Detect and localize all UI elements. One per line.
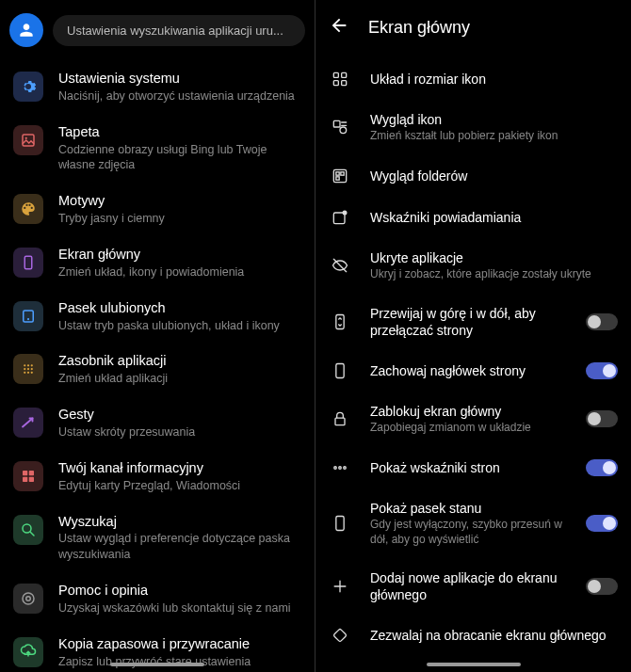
svg-point-7 [31,365,33,367]
svg-rect-34 [336,363,344,377]
svg-point-12 [27,372,29,374]
settings-item-text: Zasobnik aplikacji Zmień układ aplikacji [58,352,301,387]
settings-main-pane: Ustawienia wyszukiwania aplikacji uru...… [0,0,316,672]
option-plus[interactable]: Dodaj nowe aplikacje do ekranu głównego [316,558,631,615]
settings-item-text: Gesty Ustaw skróty przesuwania [58,406,301,440]
svg-point-20 [26,597,31,601]
settings-item-subtitle: Zmień układ aplikacji [58,371,301,387]
phone2-icon [329,514,351,533]
settings-item-palette[interactable]: Motywy Tryby jasny i ciemny [0,183,315,236]
option-phone2[interactable]: Pokaż pasek stanu Gdy jest wyłączony, sz… [316,488,631,558]
settings-item-subtitle: Codzienne obrazy usługi Bing lub Twoje w… [58,142,301,174]
settings-item-title: Ustawienia systemu [58,70,301,88]
toggle-switch[interactable] [586,459,618,476]
settings-item-dock[interactable]: Pasek ulubionych Ustaw tryb paska ulubio… [0,290,315,344]
settings-item-subtitle: Ustaw wygląd i preferencje dotyczące pas… [58,531,301,563]
option-subtitle: Ukryj i zobacz, które aplikacje zostały … [370,267,618,282]
option-text: Zezwalaj na obracanie ekranu głównego [370,627,618,644]
settings-item-help[interactable]: Pomoc i opinia Uzyskaj wskazówki lub sko… [0,572,315,626]
option-folder[interactable]: Wygląd folderów [316,155,631,197]
option-text: Pokaż pasek stanu Gdy jest wyłączony, sz… [370,500,567,547]
settings-item-title: Motywy [58,192,301,210]
settings-item-phone[interactable]: Ekran główny Zmień układ, ikony i powiad… [0,236,315,290]
toggle-switch[interactable] [586,410,618,427]
svg-rect-23 [333,81,338,86]
svg-rect-2 [24,256,32,269]
plus-icon [329,577,351,596]
option-layout[interactable]: Układ i rozmiar ikon [316,58,631,100]
back-button[interactable] [329,15,349,40]
settings-item-text: Tapeta Codzienne obrazy usługi Bing lub … [58,123,301,174]
feed-icon [13,461,43,491]
settings-item-subtitle: Uzyskaj wskazówki lub skontaktuj się z n… [58,600,301,616]
svg-point-26 [340,127,347,134]
settings-item-text: Ekran główny Zmień układ, ikony i powiad… [58,246,301,280]
settings-item-search[interactable]: Wyszukaj Ustaw wygląd i preferencje doty… [0,504,315,573]
svg-rect-14 [23,471,27,475]
lock-icon [329,409,351,428]
nav-indicator [110,663,204,666]
dock-icon [13,301,43,331]
svg-rect-22 [342,72,347,77]
settings-item-gesture[interactable]: Gesty Ustaw skróty przesuwania [0,396,315,450]
hidden-icon [329,256,351,275]
help-icon [13,584,43,614]
page-title: Ekran główny [368,18,470,38]
option-subtitle: Zmień kształt lub pobierz pakiety ikon [370,129,618,144]
option-text: Pokaż wskaźniki stron [370,459,567,476]
option-scroll[interactable]: Przewijaj w górę i w dół, aby przełączać… [316,294,631,350]
right-header: Ekran główny [316,0,631,53]
option-title: Zezwalaj na obracanie ekranu głównego [370,627,618,644]
option-dots[interactable]: Pokaż wskaźniki stron [316,447,631,488]
svg-rect-30 [336,177,339,180]
settings-item-title: Kopia zapasowa i przywracanie [58,635,301,653]
toggle-switch[interactable] [586,515,618,532]
svg-rect-29 [341,172,344,175]
settings-item-subtitle: Tryby jasny i ciemny [58,211,301,227]
option-badge[interactable]: Wskaźniki powiadamiania [316,197,631,238]
settings-item-grid[interactable]: Zasobnik aplikacji Zmień układ aplikacji [0,343,315,396]
gesture-icon [13,408,43,438]
option-lock[interactable]: Zablokuj ekran główny Zapobiegaj zmianom… [316,392,631,447]
settings-item-title: Pasek ulubionych [58,299,301,317]
option-rotate[interactable]: Zezwalaj na obracanie ekranu głównego [316,615,631,656]
option-title: Pokaż wskaźniki stron [370,459,567,476]
settings-item-image[interactable]: Tapeta Codzienne obrazy usługi Bing lub … [0,114,315,184]
svg-point-4 [27,318,29,320]
settings-item-subtitle: Edytuj karty Przegląd, Wiadomości [58,478,301,494]
option-phone2[interactable]: Zachowaj nagłówek strony [316,350,631,392]
dots-icon [329,458,351,477]
svg-rect-24 [342,81,347,86]
option-text: Dodaj nowe aplikacje do ekranu głównego [370,569,567,603]
badge-icon [329,208,351,227]
settings-item-subtitle: Ustaw skróty przesuwania [58,424,301,440]
option-hidden[interactable]: Ukryte aplikacje Ukryj i zobacz, które a… [316,238,631,294]
svg-point-19 [23,593,34,604]
option-text: Wskaźniki powiadamiania [370,209,618,226]
svg-point-32 [343,210,348,215]
settings-item-subtitle: Ustaw tryb paska ulubionych, układ i iko… [58,318,301,334]
palette-icon [13,194,43,224]
svg-point-13 [31,372,33,374]
settings-item-title: Tapeta [58,123,301,141]
svg-point-18 [23,524,31,533]
iconlook-icon [329,118,351,136]
option-text: Układ i rozmiar ikon [370,71,618,88]
settings-item-gear[interactable]: Ustawienia systemu Naciśnij, aby otworzy… [0,60,315,114]
svg-point-1 [25,136,27,138]
toggle-switch[interactable] [586,313,618,330]
toggle-switch[interactable] [586,578,618,595]
svg-rect-16 [23,477,27,482]
account-avatar-button[interactable] [9,13,43,47]
svg-rect-17 [29,477,34,482]
left-header: Ustawienia wyszukiwania aplikacji uru... [0,0,315,56]
phone2-icon [329,361,351,380]
option-text: Przewijaj w górę i w dół, aby przełączać… [370,305,567,339]
search-input[interactable]: Ustawienia wyszukiwania aplikacji uru... [53,15,305,46]
option-title: Zachowaj nagłówek strony [370,362,567,379]
toggle-switch[interactable] [586,362,618,379]
option-iconlook[interactable]: Wygląd ikon Zmień kształt lub pobierz pa… [316,100,631,155]
grid-icon [13,354,43,384]
settings-item-feed[interactable]: Twój kanał informacyjny Edytuj karty Prz… [0,450,315,504]
svg-rect-15 [29,471,34,475]
